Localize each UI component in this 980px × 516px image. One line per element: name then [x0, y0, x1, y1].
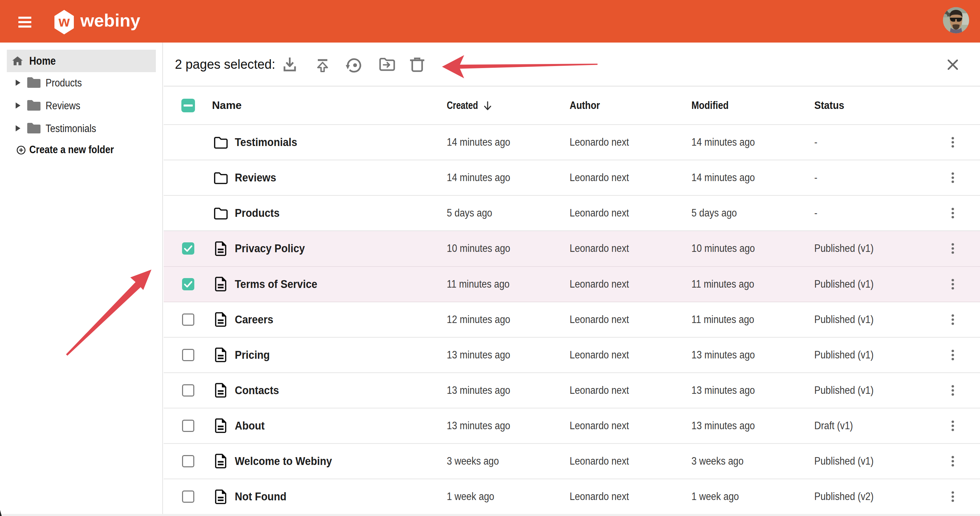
svg-text:w: w [58, 14, 70, 30]
